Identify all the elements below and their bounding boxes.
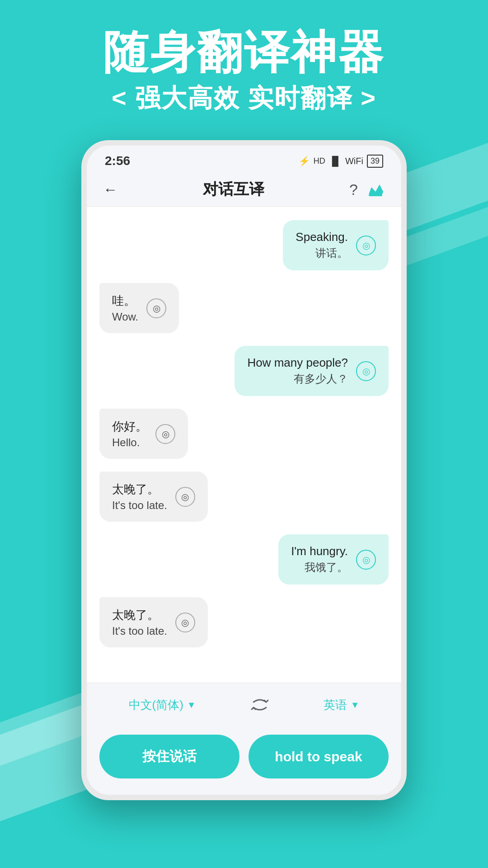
- message-3-line2: 有多少人？: [247, 372, 348, 386]
- message-1-text: Speaking. 讲话。: [296, 230, 348, 260]
- message-5: 太晚了。 It's too late. ◎: [99, 472, 208, 522]
- status-bar: 2:56 ⚡ HD ▐▌ WiFi 39: [87, 146, 401, 173]
- message-6: I'm hungry. 我饿了。 ◎: [278, 534, 389, 585]
- message-7-line1: 太晚了。: [112, 607, 167, 623]
- back-button[interactable]: ←: [103, 181, 117, 198]
- speak-icon-7[interactable]: ◎: [175, 613, 195, 632]
- message-6-text: I'm hungry. 我饿了。: [291, 544, 348, 575]
- message-7-line2: It's too late.: [112, 625, 167, 637]
- message-3: How many people? 有多少人？ ◎: [235, 346, 389, 396]
- phone-mockup: 2:56 ⚡ HD ▐▌ WiFi 39 ← 对话互译 ?: [81, 140, 407, 800]
- speak-icon-3[interactable]: ◎: [356, 361, 376, 381]
- app-header: ← 对话互译 ?: [87, 173, 401, 207]
- lang-left-selector[interactable]: 中文(简体) ▼: [129, 697, 196, 713]
- message-2: 哇。 Wow. ◎: [99, 283, 179, 333]
- action-bar: 按住说话 hold to speak: [87, 726, 401, 795]
- message-7-text: 太晚了。 It's too late.: [112, 607, 167, 637]
- header-actions: ?: [349, 180, 385, 199]
- wifi-icon: WiFi: [345, 156, 363, 166]
- message-3-text: How many people? 有多少人？: [247, 356, 348, 386]
- lang-left-label: 中文(简体): [129, 697, 183, 713]
- message-4-line2: Hello.: [112, 436, 147, 449]
- signal2-icon: ▐▌: [329, 156, 342, 166]
- message-2-line2: Wow.: [112, 311, 138, 323]
- chat-area: Speaking. 讲话。 ◎ 哇。 Wow. ◎ How ma: [87, 207, 401, 683]
- promo-title-main: 随身翻译神器: [0, 27, 488, 77]
- battery-icon: 39: [367, 155, 383, 168]
- message-1: Speaking. 讲话。 ◎: [283, 220, 389, 270]
- help-button[interactable]: ?: [349, 181, 358, 198]
- message-5-line1: 太晚了。: [112, 481, 167, 497]
- lang-bar: 中文(简体) ▼ 英语 ▼: [87, 683, 401, 726]
- speak-icon-5[interactable]: ◎: [175, 487, 195, 507]
- signal-icon: HD: [314, 156, 325, 166]
- message-2-text: 哇。 Wow.: [112, 293, 138, 323]
- speak-icon-1[interactable]: ◎: [356, 236, 376, 255]
- lang-right-label: 英语: [324, 697, 347, 713]
- phone-screen: 2:56 ⚡ HD ▐▌ WiFi 39 ← 对话互译 ?: [87, 146, 401, 795]
- message-7: 太晚了。 It's too late. ◎: [99, 597, 208, 647]
- message-4-text: 你好。 Hello.: [112, 419, 147, 449]
- message-1-line2: 讲话。: [296, 246, 348, 260]
- lang-right-selector[interactable]: 英语 ▼: [324, 697, 360, 713]
- phone-shell: 2:56 ⚡ HD ▐▌ WiFi 39 ← 对话互译 ?: [81, 140, 407, 800]
- speak-icon-6[interactable]: ◎: [356, 550, 376, 570]
- message-1-line1: Speaking.: [296, 230, 348, 244]
- message-5-text: 太晚了。 It's too late.: [112, 481, 167, 512]
- speak-right-button[interactable]: hold to speak: [249, 735, 389, 778]
- svg-rect-0: [369, 194, 382, 196]
- message-2-line1: 哇。: [112, 293, 138, 309]
- status-time: 2:56: [105, 154, 130, 168]
- promo-title-sub: < 强大高效 实时翻译 >: [0, 81, 488, 116]
- message-4: 你好。 Hello. ◎: [99, 409, 188, 459]
- speak-icon-4[interactable]: ◎: [155, 424, 175, 444]
- message-6-line2: 我饿了。: [291, 560, 348, 575]
- lang-left-arrow: ▼: [187, 700, 196, 710]
- message-6-line1: I'm hungry.: [291, 544, 348, 558]
- bluetooth-icon: ⚡: [299, 156, 310, 166]
- speak-left-button[interactable]: 按住说话: [99, 735, 239, 778]
- message-3-line1: How many people?: [247, 356, 348, 370]
- premium-icon[interactable]: [366, 180, 385, 199]
- promo-header: 随身翻译神器 < 强大高效 实时翻译 >: [0, 27, 488, 116]
- status-icons: ⚡ HD ▐▌ WiFi 39: [299, 155, 383, 168]
- message-5-line2: It's too late.: [112, 499, 167, 512]
- lang-right-arrow: ▼: [351, 700, 360, 710]
- message-4-line1: 你好。: [112, 419, 147, 434]
- swap-button[interactable]: [247, 692, 272, 717]
- speak-icon-2[interactable]: ◎: [146, 298, 166, 318]
- app-title: 对话互译: [203, 179, 264, 200]
